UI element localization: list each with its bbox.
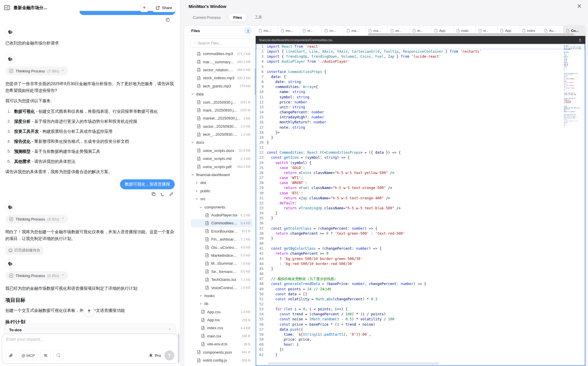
tree-file[interactable]: components.json441 B — [191, 348, 253, 356]
message-input[interactable] — [6, 337, 174, 349]
tree-file[interactable]: VoiceControl.tsx1.9 KB — [191, 284, 253, 292]
file-tab[interactable]: mo... — [278, 26, 300, 36]
thinking-duration: (3.92s) — [47, 217, 59, 221]
tree-file[interactable]: eslint.config.js835 B — [191, 356, 253, 364]
tree-file[interactable]: market...20250930.json2 KB — [191, 114, 253, 122]
tree-file[interactable]: main.tsx336 B — [191, 332, 253, 340]
file-icon — [205, 245, 209, 249]
window-tab-current-process[interactable]: Current Process — [189, 14, 225, 21]
copy-icon[interactable] — [151, 192, 156, 198]
terminal-icon — [9, 249, 12, 252]
code-line: 41 const getBgColorClass = (changePercen… — [256, 246, 585, 251]
tree-file[interactable]: Glo...oControl.tsx4.5 KB — [191, 243, 253, 251]
thinking-process-toggle[interactable]: Thinking Process (3.92s) ⌃ — [5, 215, 68, 223]
file-tab[interactable]: mo... — [256, 26, 278, 36]
file-icon — [205, 261, 209, 266]
tree-file[interactable]: voice_scripts.pdf263.2 KB — [191, 163, 253, 170]
tree-file[interactable]: mar..._summary.mp3240.2 KB — [191, 58, 253, 66]
chat-messages: 已收到您的金融市场分析请求 Thinking Process (7.08s) ⌃… — [0, 18, 180, 332]
download-file-icon[interactable] — [578, 38, 582, 42]
section-heading-goal: 项目目标 — [5, 297, 175, 304]
tree-folder-lib[interactable]: lib — [191, 300, 253, 308]
minimap[interactable] — [564, 45, 581, 127]
tree-file[interactable]: App.tsx226 B — [191, 316, 253, 324]
tree-file[interactable]: tech_...20250930.json1.2 KB — [191, 130, 253, 138]
tree-folder-financial-dashboard[interactable]: financial-dashboard — [191, 171, 253, 179]
code-line: 20} — [256, 140, 585, 145]
close-icon[interactable] — [577, 4, 582, 9]
share-icon — [156, 6, 160, 10]
file-tab[interactable]: ma... — [344, 26, 366, 36]
tree-folder-components[interactable]: components — [191, 203, 253, 211]
tree-file[interactable]: commodities.mp3271.2 KB — [191, 50, 253, 58]
mcp-label: @ MCP — [21, 353, 35, 358]
tree-file[interactable]: stock_indices.mp3330.2 KB — [191, 74, 253, 82]
mcp-button[interactable]: @ MCP — [19, 350, 38, 360]
tree-file[interactable]: Fin...ashboard.tsx7.1 KB — [191, 235, 253, 243]
tree-file[interactable]: index.css4.4 KB — [191, 324, 253, 332]
file-icon — [197, 108, 201, 112]
tree-folder-data[interactable]: data — [191, 90, 253, 98]
send-button[interactable] — [164, 350, 174, 360]
window-tab-tools[interactable]: 工具 — [250, 13, 267, 22]
todo-created-badge[interactable]: 已完成创建待办 — [5, 246, 44, 255]
editor-horizontal-scrollbar[interactable] — [268, 362, 439, 365]
attach-file-button[interactable] — [6, 350, 16, 360]
window-tab-files[interactable]: Files — [229, 14, 246, 21]
tree-file[interactable]: sector...20250930.json2.5 KB — [191, 122, 253, 130]
tree-file[interactable]: com...20250930.json1021 B — [191, 98, 253, 106]
tree-file[interactable]: mark...20250930.json1010 B — [191, 106, 253, 114]
file-icon — [197, 76, 201, 80]
download-all-button[interactable] — [244, 27, 251, 34]
chat-panel: 最新金融市场分... + Share 已收到您的金融市场分析请求 Thinkin… — [0, 0, 180, 366]
tree-file[interactable]: TechGiants.tsx7.2 KB — [191, 276, 253, 284]
code-line: 40 — [256, 241, 585, 246]
selection-icon — [56, 353, 61, 357]
tree-file[interactable]: MarketIndices.tsx5.5 KB — [191, 251, 253, 259]
share-button[interactable]: Share — [152, 3, 176, 12]
sidebar-collapse-icon[interactable] — [4, 5, 10, 10]
tree-file[interactable]: AudioPlayer.tsx6.2 KB — [191, 211, 253, 219]
edit-icon[interactable] — [169, 192, 174, 198]
tree-file[interactable]: M...tSummary.tsx7.8 KB — [191, 259, 253, 267]
tree-file[interactable]: voice_scripts.md2.1 KB — [191, 155, 253, 163]
pro-mode[interactable]: Pro — [149, 353, 161, 358]
tree-file[interactable]: Se...formance.tsx8.5 KB — [191, 268, 253, 276]
tree-folder-src[interactable]: src — [191, 195, 253, 203]
code-line: 62 } — [256, 352, 585, 357]
tree-folder-hooks[interactable]: hooks — [191, 292, 253, 300]
minimax-logo-icon — [7, 56, 13, 62]
code-line: 11 symbol: string — [256, 95, 585, 100]
code-editor: financial-dashboard/src/components/Commo… — [256, 36, 585, 366]
code-line: 33 return <TrendingUp className="h-5 w-5… — [256, 206, 585, 211]
file-tree: commodities.mp3271.2 KBmar..._summary.mp… — [191, 50, 253, 364]
tree-folder-dist[interactable]: dist — [191, 179, 253, 187]
tree-folder-docs[interactable]: docs — [191, 138, 253, 146]
thinking-process-toggle[interactable]: Thinking Process (7.08s) ⌃ — [5, 67, 68, 75]
scroll-to-top-button[interactable] — [84, 306, 94, 317]
copy-icon[interactable] — [166, 18, 170, 23]
file-icon — [205, 229, 209, 233]
new-chat-button[interactable]: + — [140, 3, 149, 12]
tree-file[interactable]: App.css1.4 KB — [191, 308, 253, 316]
thinking-process-toggle[interactable]: Thinking Process (0.85s) ⌃ — [5, 271, 68, 280]
files-sidebar-header: Files — [184, 26, 256, 36]
file-tab[interactable]: st... — [300, 26, 322, 36]
screen-select-button[interactable] — [53, 350, 64, 360]
tree-file[interactable]: tech_giants.mp3279 KB — [191, 82, 253, 90]
assistant-paragraph: 请告诉我您的具体需求，我将为您提供最合适的解决方案。 — [5, 168, 175, 175]
file-icon — [205, 278, 209, 282]
tree-file[interactable]: vite-env.d.ts38 B — [191, 340, 253, 348]
file-search-box — [191, 39, 253, 48]
tree-file[interactable]: voice_scripts.docx10.8 KB — [191, 147, 253, 155]
tree-file[interactable]: sector_rotation.mp3269.5 KB — [191, 66, 253, 74]
tree-file[interactable]: ErrorBoundary.tsx875 B — [191, 227, 253, 235]
editor-body[interactable]: 1import React from 'react'2import { Line… — [256, 44, 585, 366]
settings-sliders-button[interactable] — [40, 350, 51, 360]
tree-folder-public[interactable]: public — [191, 187, 253, 195]
retry-icon[interactable] — [160, 192, 165, 198]
file-tab[interactable]: co... — [322, 26, 344, 36]
tree-file[interactable]: Commodities.tsx8.4 KB — [191, 219, 253, 227]
tabs-scrollbar[interactable] — [368, 33, 574, 35]
file-search-input[interactable] — [198, 41, 249, 45]
